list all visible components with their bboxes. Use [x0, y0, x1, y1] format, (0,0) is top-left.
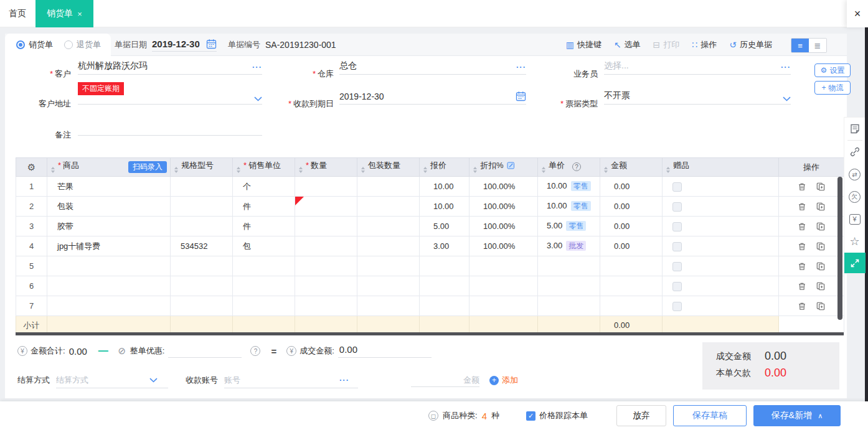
- cell-qty[interactable]: [295, 236, 357, 256]
- cell-amount[interactable]: [600, 256, 663, 276]
- cell-gift[interactable]: [663, 296, 779, 316]
- cell-quote[interactable]: [420, 276, 469, 296]
- list-view-button[interactable]: ≡: [791, 39, 809, 52]
- cell-quote[interactable]: 10.00: [420, 197, 469, 217]
- cell-amount[interactable]: 0.00: [600, 236, 663, 256]
- col-header-qty[interactable]: *数量: [295, 158, 357, 177]
- due-date-field[interactable]: 2019-12-30: [339, 90, 526, 105]
- cell-unit[interactable]: [233, 296, 295, 316]
- col-header-pack-qty[interactable]: 包装数量: [357, 158, 420, 177]
- cell-gift[interactable]: [663, 177, 779, 197]
- cell-pack-qty[interactable]: [357, 256, 420, 276]
- copy-row-icon[interactable]: [816, 242, 825, 251]
- cell-pack-qty[interactable]: [357, 217, 420, 236]
- col-header-quote[interactable]: 报价: [420, 158, 469, 177]
- copy-row-icon[interactable]: [816, 202, 825, 211]
- copy-row-icon[interactable]: [816, 262, 825, 271]
- gift-checkbox[interactable]: [672, 282, 682, 291]
- cell-amount[interactable]: [600, 276, 663, 296]
- deal-amount-value[interactable]: 0.00: [338, 344, 432, 358]
- cell-pack-qty[interactable]: [357, 296, 420, 316]
- cell-spec[interactable]: [171, 276, 233, 296]
- tab-home[interactable]: 首页: [0, 0, 35, 27]
- gift-checkbox[interactable]: [672, 202, 682, 212]
- salesman-picker-icon[interactable]: ···: [781, 62, 791, 72]
- price-type-tag[interactable]: 批发: [566, 241, 586, 251]
- cell-discount[interactable]: 100.00%: [469, 177, 538, 197]
- cell-spec[interactable]: [171, 256, 233, 276]
- toolbar-action-history-orders[interactable]: ↺历史单据: [729, 39, 772, 50]
- cell-product[interactable]: [47, 256, 171, 276]
- cell-qty[interactable]: [295, 296, 357, 316]
- settlement-method-input[interactable]: [56, 373, 149, 387]
- chevron-down-icon[interactable]: [149, 378, 158, 383]
- cell-gift[interactable]: [663, 276, 779, 296]
- cell-amount[interactable]: 0.00: [600, 177, 663, 197]
- sort-icon[interactable]: [423, 165, 427, 175]
- cell-product[interactable]: 包装: [47, 197, 171, 217]
- cell-spec[interactable]: [171, 296, 233, 316]
- salesman-field[interactable]: 选择... ···: [604, 60, 791, 75]
- cell-quote[interactable]: 10.00: [420, 177, 469, 197]
- save-and-new-button[interactable]: 保存&新增 ∧: [753, 405, 841, 426]
- money-icon[interactable]: ¥: [844, 208, 866, 230]
- cell-price[interactable]: [538, 256, 600, 276]
- cell-discount[interactable]: 100.00%: [469, 197, 538, 217]
- sort-icon[interactable]: [299, 165, 303, 175]
- owe-icon[interactable]: 欠: [844, 185, 866, 208]
- cell-discount[interactable]: [469, 276, 538, 296]
- cell-product[interactable]: jpg十辅导费: [47, 236, 171, 256]
- delete-row-icon[interactable]: [798, 222, 806, 231]
- question-circle-icon[interactable]: ?: [250, 346, 260, 356]
- cell-amount[interactable]: 0.00: [600, 197, 663, 217]
- cell-price[interactable]: 10.00零售: [538, 177, 600, 197]
- cell-unit[interactable]: 件: [233, 197, 295, 217]
- cell-unit[interactable]: [233, 276, 295, 296]
- cell-quote[interactable]: 3.00: [420, 236, 469, 256]
- price-type-tag[interactable]: 零售: [566, 221, 586, 231]
- cell-price[interactable]: 5.00零售: [538, 217, 600, 236]
- note-document-icon[interactable]: [844, 118, 866, 140]
- scan-input-badge[interactable]: 扫码录入: [128, 161, 167, 173]
- delete-row-icon[interactable]: [798, 302, 806, 311]
- cell-price[interactable]: 3.00批发: [538, 236, 600, 256]
- payment-amount-input[interactable]: [411, 373, 479, 387]
- account-picker-icon[interactable]: ···: [339, 375, 349, 385]
- cell-amount[interactable]: [600, 296, 663, 316]
- cell-price[interactable]: [538, 296, 600, 316]
- delete-row-icon[interactable]: [798, 202, 806, 211]
- delete-row-icon[interactable]: [798, 262, 806, 271]
- warehouse-field[interactable]: 总仓 ···: [339, 60, 526, 75]
- delete-row-icon[interactable]: [798, 242, 806, 251]
- expand-fullscreen-button[interactable]: [844, 253, 866, 273]
- card-view-button[interactable]: ≣: [809, 39, 826, 52]
- delete-row-icon[interactable]: [798, 182, 806, 191]
- customer-field[interactable]: 杭州解放路沃尔玛 ···: [78, 60, 262, 75]
- cell-qty[interactable]: [295, 197, 357, 217]
- delete-row-icon[interactable]: [798, 282, 806, 291]
- col-header-discount[interactable]: 折扣%: [469, 158, 538, 177]
- cell-discount[interactable]: [469, 296, 538, 316]
- cell-price[interactable]: 10.00零售: [538, 197, 600, 217]
- toolbar-action-pick-order[interactable]: ↖选单: [614, 39, 641, 50]
- radio-sales-order[interactable]: 销货单: [16, 39, 53, 50]
- cell-qty[interactable]: [295, 217, 357, 236]
- cell-qty[interactable]: [295, 177, 357, 197]
- column-settings-header[interactable]: ⚙: [16, 158, 47, 177]
- tab-sales-order[interactable]: 销货单 ×: [35, 0, 93, 27]
- cell-pack-qty[interactable]: [357, 177, 420, 197]
- table-vertical-scrollbar[interactable]: [837, 177, 842, 320]
- calendar-icon[interactable]: [516, 91, 526, 101]
- customer-address-field[interactable]: [78, 90, 262, 105]
- copy-row-icon[interactable]: [816, 302, 825, 311]
- link-icon[interactable]: [844, 141, 866, 163]
- cell-qty[interactable]: [295, 256, 357, 276]
- cancel-button[interactable]: 放弃: [616, 405, 666, 426]
- cell-product[interactable]: [47, 296, 171, 316]
- cell-quote[interactable]: [420, 256, 469, 276]
- order-discount-input[interactable]: [168, 344, 242, 358]
- gift-checkbox[interactable]: [672, 222, 682, 231]
- warehouse-picker-icon[interactable]: ···: [516, 62, 526, 72]
- cell-product[interactable]: [47, 276, 171, 296]
- cell-spec[interactable]: [171, 197, 233, 217]
